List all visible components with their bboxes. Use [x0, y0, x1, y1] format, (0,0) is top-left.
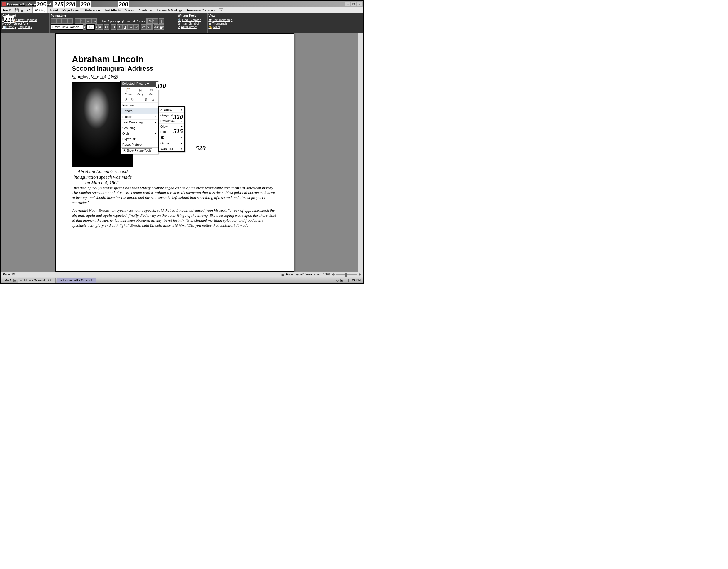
font-selector[interactable]: Times New Roman — [51, 24, 83, 30]
outdent-icon[interactable]: ⇤ — [86, 18, 91, 24]
close-button[interactable]: ✕ — [357, 2, 362, 6]
subscript-icon[interactable]: x₂ — [146, 24, 152, 30]
cm-copy-button[interactable]: ⎘Copy — [137, 88, 143, 96]
cm-text-wrapping[interactable]: Text Wrapping▸ — [121, 119, 158, 125]
context-menu-header: Selected: Picture ▾ — [121, 81, 158, 86]
group-title-formatting: Formatting — [51, 14, 175, 18]
format-painter-button[interactable]: 🖌 Format Painter — [121, 20, 145, 23]
sm-shadow[interactable]: Shadow▸ — [159, 107, 184, 112]
select-all-button[interactable]: Select All ▾ — [14, 22, 28, 25]
quick-launch-icon[interactable]: ⊞ — [13, 278, 17, 282]
text-effects-icon[interactable]: Ѧ▾ — [154, 24, 159, 30]
zoom-in-button[interactable]: ⊕ — [359, 273, 361, 276]
align-justify-icon[interactable]: ≡ — [67, 18, 73, 24]
rotate-left-icon[interactable]: ↺ — [124, 97, 128, 101]
clear-button[interactable]: ⌫ Clear ▾ — [18, 26, 32, 29]
line-spacing-button[interactable]: ≡ Line Spacing▾ — [99, 20, 121, 23]
minimize-button[interactable]: ─ — [345, 2, 350, 6]
shrink-font-icon[interactable]: A↓ — [104, 24, 109, 30]
ribbon-group-formatting: Formatting ≡ ≡ ≡ ≡ ⋮≡ 1≡ ⇤ ⇥ ≡ Line Spac… — [50, 13, 177, 33]
find-replace-button[interactable]: 🔍 Find / Replace — [178, 18, 206, 22]
ribbon-group-writing-tools: Writing Tools 🔍 Find / Replace Ω Insert … — [177, 13, 208, 33]
font-dropdown-icon[interactable]: ▾ — [83, 24, 86, 30]
system-tray: ◐ ▣ ♪ 3:24 PM — [335, 278, 362, 282]
sort-icon[interactable]: ⇅ — [147, 18, 153, 24]
outlook-icon: ✉ — [20, 278, 23, 282]
callout-520: 520 — [195, 144, 206, 152]
autocorrect-button[interactable]: ✓ AutoCorrect — [178, 26, 206, 29]
grow-font-icon[interactable]: A↑ — [98, 24, 103, 30]
strike-icon[interactable]: S̶ — [128, 24, 133, 30]
thumbnails-button[interactable]: ▦ Thumbnails — [209, 22, 237, 25]
numbering-icon[interactable]: 1≡ — [80, 18, 86, 24]
indent-icon[interactable]: ⇥ — [91, 18, 97, 24]
ribbon-group-view: View 🗺 Document Map ▦ Thumbnails 📏 Ruler — [208, 13, 238, 33]
document-map-button[interactable]: 🗺 Document Map — [209, 18, 237, 22]
sm-3d[interactable]: 3D▸ — [159, 135, 184, 140]
sm-outline[interactable]: Outline▸ — [159, 140, 184, 146]
cm-position[interactable]: Position — [121, 102, 158, 108]
bullets-icon[interactable]: ⋮≡ — [75, 18, 80, 24]
paste-button[interactable]: 📄 Paste ▾ — [2, 26, 16, 29]
font-color-icon[interactable]: A▾ — [159, 24, 164, 30]
page-indicator: Page: 1/1 — [3, 273, 16, 276]
size-dropdown-icon[interactable]: ▾ — [95, 24, 98, 30]
undo-icon[interactable]: ↶ — [26, 8, 31, 13]
view-icon[interactable]: ▦ — [281, 273, 284, 276]
picture-caption: Abraham Lincoln's second inauguration sp… — [72, 167, 133, 186]
tab-academic[interactable]: Academic — [136, 7, 155, 13]
tab-overflow[interactable]: ▾ — [219, 8, 223, 12]
save-icon[interactable]: 💾 — [14, 8, 19, 13]
cm-hyperlink[interactable]: Hyperlink — [121, 136, 158, 142]
tray-icon-1[interactable]: ◐ — [336, 278, 339, 282]
cm-cut-button[interactable]: ✂Cut — [149, 88, 154, 96]
body-paragraph-1: This theologically intense speech has be… — [72, 186, 278, 205]
zoom-out-button[interactable]: ⊖ — [332, 273, 335, 276]
underline-icon[interactable]: U — [122, 24, 128, 30]
crop-icon[interactable]: ⧉ — [151, 97, 155, 101]
cm-effects-1[interactable]: Effects▸ — [121, 108, 158, 114]
cm-order[interactable]: Order▸ — [121, 130, 158, 136]
align-center-icon[interactable]: ≡ — [56, 18, 62, 24]
start-button[interactable]: start — [2, 278, 13, 282]
show-clipboard-button[interactable]: 📋 Show Clipboard — [12, 18, 37, 22]
ruler-button[interactable]: 📏 Ruler — [209, 26, 237, 29]
cm-effects-2[interactable]: Effects▸ — [121, 114, 158, 119]
tray-icon-2[interactable]: ▣ — [340, 278, 344, 282]
callout-210: 210 — [4, 16, 14, 23]
taskbar-item-outlook[interactable]: ✉Inbox - Microsoft Out... — [18, 278, 56, 283]
taskbar: start ⊞ ✉Inbox - Microsoft Out... WDocum… — [1, 277, 363, 283]
zoom-slider[interactable] — [336, 274, 357, 275]
cm-paste-button[interactable]: 📋Paste — [125, 88, 132, 96]
sm-washout[interactable]: Washout▸ — [159, 146, 184, 151]
cm-reset-picture[interactable]: Reset Picture — [121, 142, 158, 147]
highlight-icon[interactable]: 🖍 — [133, 24, 139, 30]
cm-show-picture-tools[interactable]: 🛠 Show Picture Tools — [122, 148, 152, 153]
font-size-selector[interactable]: 12 — [86, 24, 95, 30]
bold-icon[interactable]: B — [111, 24, 116, 30]
callout-205: 205 — [36, 1, 47, 8]
show-marks-icon[interactable]: ¶ — [159, 18, 164, 24]
align-left-icon[interactable]: ≡ — [51, 18, 56, 24]
callout-515: 515 — [173, 127, 184, 135]
print-icon[interactable]: 🖨 — [20, 8, 25, 13]
maximize-button[interactable]: ❐ — [351, 2, 356, 6]
flip-v-icon[interactable]: ⇵ — [144, 97, 148, 101]
tab-review-comment[interactable]: Review & Comment — [185, 7, 218, 13]
insert-symbol-button[interactable]: Ω Insert Symbol — [178, 22, 206, 25]
cm-grouping[interactable]: Grouping▸ — [121, 125, 158, 130]
ltr-icon[interactable]: ¶→ — [153, 18, 158, 24]
document-area: Abraham Lincoln Second Inaugural Address… — [1, 33, 363, 271]
flip-h-icon[interactable]: ⇋ — [137, 97, 141, 101]
file-menu[interactable]: File ▾ — [1, 7, 13, 13]
superscript-icon[interactable]: x² — [141, 24, 146, 30]
vertical-scrollbar[interactable] — [358, 33, 363, 271]
rotate-right-icon[interactable]: ↻ — [130, 97, 135, 101]
italic-icon[interactable]: I — [117, 24, 122, 30]
view-label[interactable]: Page Layout View ▾ — [286, 273, 312, 276]
document-page[interactable]: Abraham Lincoln Second Inaugural Address… — [55, 33, 294, 271]
align-right-icon[interactable]: ≡ — [62, 18, 67, 24]
tab-letters-mailings[interactable]: Letters & Mailings — [155, 7, 185, 13]
taskbar-item-word[interactable]: WDocument1 - Microsof... — [57, 278, 96, 283]
tray-icon-3[interactable]: ♪ — [345, 278, 349, 282]
